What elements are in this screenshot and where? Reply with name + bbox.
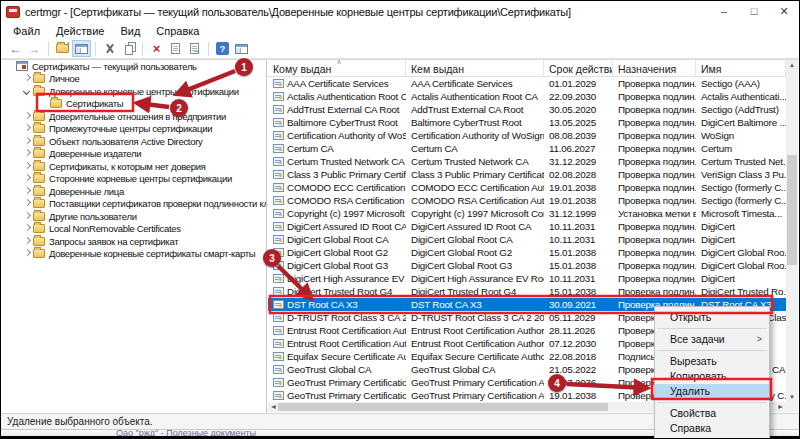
certificate-row[interactable]: AAA Certificate ServicesAAA Certificate … — [268, 77, 786, 90]
scroll-down-icon[interactable]: ▼ — [786, 394, 798, 400]
scroll-left-icon[interactable]: ◄ — [270, 403, 277, 410]
show-console-tree-icon[interactable] — [72, 40, 91, 57]
certificate-row[interactable]: Copyright (c) 1997 Microsoft C...Copyrig… — [268, 207, 786, 220]
chevron-right-icon[interactable] — [23, 237, 32, 246]
menu-справка[interactable]: Справка — [148, 25, 207, 37]
tree-item[interactable]: Личное — [1, 73, 266, 86]
forward-icon[interactable]: → — [25, 40, 44, 57]
vertical-scrollbar[interactable]: ▲ ▼ — [786, 60, 798, 402]
chevron-right-icon[interactable] — [23, 174, 32, 183]
chevron-right-icon[interactable] — [23, 187, 32, 196]
toolbar-separator — [208, 42, 209, 56]
cut-icon[interactable] — [100, 40, 119, 57]
chevron-right-icon[interactable] — [23, 137, 32, 146]
menu-вид[interactable]: Вид — [112, 25, 148, 37]
certificate-icon — [273, 339, 284, 348]
chevron-right-icon[interactable] — [23, 74, 32, 83]
certificate-row[interactable]: COMODO ECC Certification Au...COMODO ECC… — [268, 181, 786, 194]
chevron-down-icon[interactable] — [23, 87, 32, 96]
scroll-right-icon[interactable]: ► — [777, 403, 784, 410]
tree-item[interactable]: Доверенные издатели — [1, 148, 266, 161]
tree-item[interactable]: Доверенные корневые центры сертификации — [1, 85, 266, 98]
copy-icon[interactable] — [119, 40, 138, 57]
tree-item[interactable]: Запросы заявок на сертификат — [1, 235, 266, 248]
chevron-right-icon[interactable] — [23, 162, 32, 171]
maximize-button[interactable]: □ — [739, 1, 769, 22]
cell-name: VeriSign Class 3 Pu... — [696, 168, 786, 181]
tree-item[interactable]: Сертификаты — [1, 98, 266, 111]
certificate-row[interactable]: Certum CACertum CA11.06.2027Проверка под… — [268, 142, 786, 155]
chevron-right-icon[interactable] — [23, 249, 32, 258]
tree-item[interactable]: Доверительные отношения в предприятии — [1, 110, 266, 123]
certificate-row[interactable]: DigiCert High Assurance EV Ro...DigiCert… — [268, 272, 786, 285]
context-menu-item[interactable]: Все задачи> — [655, 332, 769, 347]
column-header[interactable]: Кому выдан∧ — [268, 60, 406, 76]
certificate-row[interactable]: DigiCert Global Root G2DigiCert Global R… — [268, 246, 786, 259]
menu-bar: ФайлДействиеВидСправка — [1, 22, 799, 39]
horizontal-scroll-thumb[interactable] — [278, 403, 608, 411]
context-menu-item[interactable]: Вырезать — [655, 354, 769, 369]
tree-item-label: Сертификаты, к которым нет доверия — [49, 161, 206, 172]
context-menu-item[interactable]: Свойства — [655, 406, 769, 421]
folder-icon — [33, 74, 45, 83]
folder-icon — [33, 87, 45, 96]
column-header[interactable]: Имя — [696, 60, 786, 76]
certificate-row[interactable]: DigiCert Trusted Root G4DigiCert Trusted… — [268, 285, 786, 298]
tree-item[interactable]: Сертификаты — текущий пользователь — [1, 60, 266, 73]
tree-item-label: Сертификаты — [66, 98, 123, 109]
chevron-right-icon[interactable] — [23, 124, 32, 133]
tree-item-label: Доверенные издатели — [49, 148, 141, 159]
certificate-row[interactable]: Actalis Authentication Root CAActalis Au… — [268, 90, 786, 103]
menu-файл[interactable]: Файл — [5, 25, 48, 37]
export-icon[interactable] — [185, 40, 204, 57]
vertical-scroll-thumb[interactable] — [787, 155, 797, 265]
context-menu-item[interactable]: Удалить — [655, 384, 769, 399]
column-header[interactable]: Срок действия — [544, 60, 613, 76]
tree-item[interactable]: Другие пользователи — [1, 210, 266, 223]
tree-item[interactable]: Сертификаты, к которым нет доверия — [1, 160, 266, 173]
cell-to: GeoTrust Primary Certification ... — [268, 376, 406, 389]
certificate-row[interactable]: COMODO RSA Certification Au...COMODO RSA… — [268, 194, 786, 207]
tree-item[interactable]: Поставщики сертификатов проверки подлинн… — [1, 198, 266, 211]
chevron-right-icon[interactable] — [23, 199, 32, 208]
certificate-row[interactable]: DigiCert Global Root G3DigiCert Global R… — [268, 259, 786, 272]
tree-item[interactable]: Доверенные корневые сертификаты смарт-ка… — [1, 248, 266, 261]
certificate-row[interactable]: Certum Trusted Network CACertum Trusted … — [268, 155, 786, 168]
certificate-row[interactable]: DigiCert Assured ID Root CADigiCert Assu… — [268, 220, 786, 233]
scroll-up-icon[interactable]: ▲ — [786, 62, 798, 68]
column-header[interactable]: Назначения — [613, 60, 696, 76]
chevron-right-icon[interactable] — [23, 149, 32, 158]
certificate-row[interactable]: Class 3 Public Primary Certificat...Clas… — [268, 168, 786, 181]
certificate-icon — [273, 209, 284, 218]
close-button[interactable]: ✕ — [769, 1, 799, 22]
chevron-right-icon[interactable] — [23, 212, 32, 221]
tree-item[interactable]: Доверенные лица — [1, 185, 266, 198]
tree-item-label: Доверенные лица — [49, 186, 124, 197]
tree-item[interactable]: Local NonRemovable Certificates — [1, 223, 266, 236]
cell-to: D-TRUST Root Class 3 CA 2 2009 — [268, 311, 406, 324]
certificate-row[interactable]: DigiCert Global Root CADigiCert Global R… — [268, 233, 786, 246]
context-menu-item[interactable]: Справка — [655, 421, 769, 436]
certificate-row[interactable]: AddTrust External CA RootAddTrust Extern… — [268, 103, 786, 116]
console-window-icon[interactable] — [232, 40, 251, 57]
tree-item[interactable]: Сторонние корневые центры сертификации — [1, 173, 266, 186]
delete-icon[interactable]: × — [147, 40, 166, 57]
up-folder-icon[interactable] — [53, 40, 72, 57]
context-menu-item[interactable]: Открыть — [655, 310, 769, 325]
context-menu-item[interactable]: Копировать — [655, 369, 769, 384]
certificate-row[interactable]: Baltimore CyberTrust RootBaltimore Cyber… — [268, 116, 786, 129]
chevron-right-icon[interactable] — [23, 112, 32, 121]
cell-name: Sectigo (formerly C... — [696, 194, 786, 207]
cell-to: Certum CA — [268, 142, 406, 155]
menu-действие[interactable]: Действие — [48, 25, 112, 37]
properties-icon[interactable] — [166, 40, 185, 57]
back-icon[interactable]: ← — [6, 40, 25, 57]
minimize-button[interactable]: – — [709, 1, 739, 22]
tree-item[interactable]: Объект пользователя Active Directory — [1, 135, 266, 148]
column-header[interactable]: Кем выдан — [406, 60, 544, 76]
tree-item[interactable]: Промежуточные центры сертификации — [1, 123, 266, 136]
certificate-row[interactable]: Certification Authority of WoSignCertifi… — [268, 129, 786, 142]
cell-to: DigiCert Trusted Root G4 — [268, 285, 406, 298]
help-icon[interactable]: ? — [213, 40, 232, 57]
chevron-right-icon[interactable] — [23, 224, 32, 233]
